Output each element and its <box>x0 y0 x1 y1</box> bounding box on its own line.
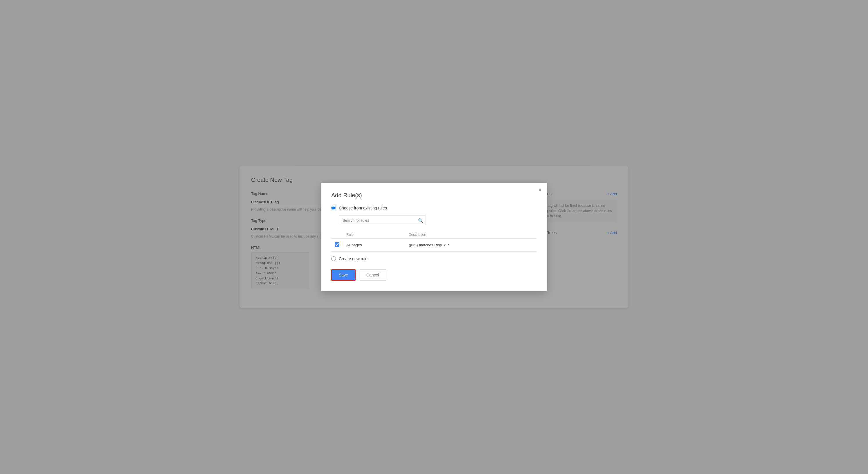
save-button[interactable]: Save <box>331 269 355 281</box>
search-icon: 🔍 <box>418 218 423 223</box>
table-col-rule: Rule <box>343 231 405 239</box>
rule-name-cell: All pages <box>343 239 405 251</box>
table-header-row: Rule Description <box>331 231 537 239</box>
cancel-button[interactable]: Cancel <box>359 270 386 280</box>
table-col-checkbox <box>331 231 343 239</box>
rule-checkbox-cell[interactable] <box>331 239 343 251</box>
table-col-description: Description <box>405 231 537 239</box>
rule-description-cell: {{url}} matches RegEx .* <box>405 239 537 251</box>
table-row: All pages{{url}} matches RegEx .* <box>331 239 537 251</box>
modal-overlay: × Add Rule(s) Choose from existing rules… <box>0 0 868 474</box>
add-rules-modal: × Add Rule(s) Choose from existing rules… <box>321 183 547 291</box>
search-box-wrapper: 🔍 <box>339 215 426 225</box>
modal-title: Add Rule(s) <box>331 192 537 199</box>
modal-close-button[interactable]: × <box>538 188 541 193</box>
existing-rules-label[interactable]: Choose from existing rules <box>339 206 387 210</box>
create-new-rule-radio[interactable] <box>331 257 336 261</box>
rules-table: Rule Description All pages{{url}} matche… <box>331 231 537 251</box>
create-new-rule-option: Create new rule <box>331 257 537 261</box>
existing-rules-radio[interactable] <box>331 206 336 210</box>
search-input[interactable] <box>339 215 426 225</box>
create-new-rule-label[interactable]: Create new rule <box>339 257 368 261</box>
table-divider <box>331 251 537 252</box>
rule-checkbox[interactable] <box>335 242 339 247</box>
modal-actions: Save Cancel <box>331 269 537 281</box>
existing-rules-option: Choose from existing rules <box>331 206 537 210</box>
